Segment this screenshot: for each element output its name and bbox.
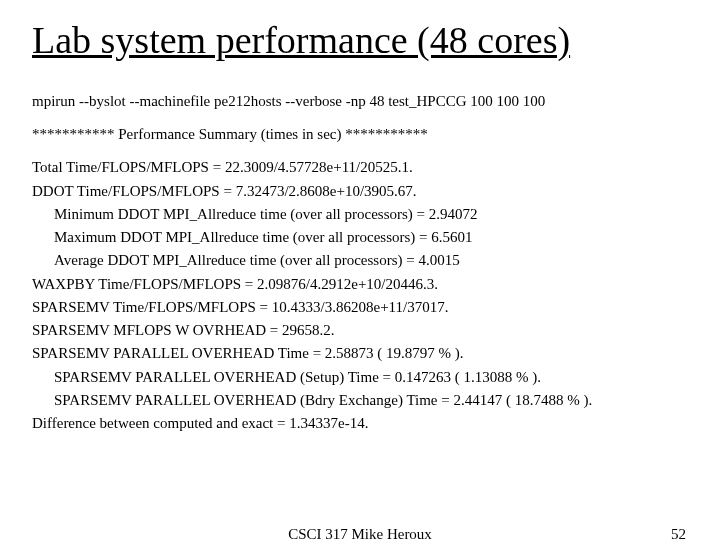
body-text: mpirun --byslot --machinefile pe212hosts… [32,90,688,436]
line-ddot-max: Maximum DDOT MPI_Allreduce time (over al… [32,226,688,249]
line-sp-ovh-setup: SPARSEMV PARALLEL OVERHEAD (Setup) Time … [32,366,688,389]
slide: Lab system performance (48 cores) mpirun… [0,0,720,540]
page-number: 52 [671,526,686,540]
line-sparsemv: SPARSEMV Time/FLOPS/MFLOPS = 10.4333/3.8… [32,296,688,319]
line-ddot-min: Minimum DDOT MPI_Allreduce time (over al… [32,203,688,226]
line-ddot: DDOT Time/FLOPS/MFLOPS = 7.32473/2.8608e… [32,180,688,203]
summary-header: *********** Performance Summary (times i… [32,123,688,146]
line-sp-ovh-bdry: SPARSEMV PARALLEL OVERHEAD (Bdry Exchang… [32,389,688,412]
line-sp-ovh-time: SPARSEMV PARALLEL OVERHEAD Time = 2.5887… [32,342,688,365]
line-total: Total Time/FLOPS/MFLOPS = 22.3009/4.5772… [32,156,688,179]
line-waxpby: WAXPBY Time/FLOPS/MFLOPS = 2.09876/4.291… [32,273,688,296]
line-sparsemv-wo: SPARSEMV MFLOPS W OVRHEAD = 29658.2. [32,319,688,342]
footer-author: CSCI 317 Mike Heroux [288,526,432,540]
command-line: mpirun --byslot --machinefile pe212hosts… [32,90,688,113]
line-diff: Difference between computed and exact = … [32,412,688,435]
page-title: Lab system performance (48 cores) [32,20,688,62]
line-ddot-avg: Average DDOT MPI_Allreduce time (over al… [32,249,688,272]
